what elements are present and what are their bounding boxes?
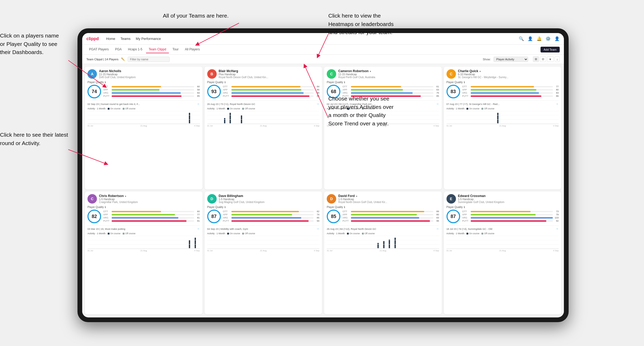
last-round[interactable]: 07 Aug 23 | 77 (+7), St George's Hill GC… [446, 100, 559, 106]
edit-icon[interactable]: ✏️ [121, 57, 125, 61]
player-card[interactable]: C Cameron Robertson ● 11-15 Handicap Roy… [324, 67, 442, 189]
score-circle[interactable]: 83 [446, 85, 460, 98]
score-number: 87 [211, 214, 216, 219]
tab-team-clippd[interactable]: Team Clippd [146, 46, 169, 53]
add-team-button[interactable]: Add Team [541, 47, 560, 52]
sub-nav-right: Add Team [541, 47, 560, 52]
chart-label-mid: 21 Aug [260, 125, 267, 127]
tab-all-players[interactable]: All Players [182, 46, 202, 53]
player-name[interactable]: Chris Robertson ● [99, 194, 200, 198]
chart-labels: 31 Jul 21 Aug 4 Sep [446, 124, 559, 127]
score-number: 83 [450, 89, 456, 94]
quality-label: Player Quality ℹ [207, 206, 320, 209]
mini-chart [87, 236, 200, 249]
tab-pgat-players[interactable]: PGAT Players [86, 46, 111, 53]
last-round-text: 18 Jul 23 | 74 (+4), Sunningdale GC - Ol… [446, 227, 492, 230]
nav-my-performance[interactable]: My Performance [136, 37, 161, 41]
chart-label-start: 31 Jul [87, 125, 93, 127]
compact-view-button[interactable]: ⊟ [540, 56, 546, 62]
player-club: Drift Golf Club, United Kingdom [99, 76, 200, 79]
player-name[interactable]: Blair McHarg [219, 69, 320, 73]
tab-pga[interactable]: PGA [112, 46, 124, 53]
activity-legend: On course Off course [108, 107, 136, 110]
sub-nav: PGAT Players PGA Hcaps 1-5 Team Clippd T… [82, 45, 564, 55]
last-round[interactable]: 03 Mar 23 | 19, Must make putting → [87, 225, 200, 231]
score-circle[interactable]: 87 [207, 210, 221, 223]
player-card[interactable]: B Blair McHarg Plus Handicap Royal North… [205, 67, 322, 189]
legend-dot-off [242, 233, 244, 235]
mini-chart [207, 236, 320, 249]
player-card[interactable]: A Aaron Nicholls 11-15 Handicap Drift Go… [85, 67, 202, 189]
player-name[interactable]: Edward Crossman [458, 194, 559, 198]
settings-icon[interactable]: ⚙️ [546, 36, 551, 41]
legend-on-course: On course [466, 107, 479, 110]
chart-label-start: 31 Jul [446, 249, 452, 252]
chart-label-end: 4 Sep [553, 125, 559, 127]
stats-grid: OTT 60 APP 58 ARG 84 PUTT 85 [103, 85, 200, 98]
activity-legend: On course Off course [466, 107, 494, 110]
chart-label-end: 4 Sep [434, 125, 439, 127]
score-circle[interactable]: 85 [327, 210, 340, 223]
score-circle[interactable]: 87 [446, 210, 460, 223]
player-card[interactable]: E Edward Crossman 1-5 Handicap Sunningda… [444, 191, 562, 314]
legend-on-label: On course [469, 107, 479, 110]
player-card[interactable]: D Dave Billingham 1-5 Handicap Sog Magin… [205, 191, 322, 314]
last-round-text: 26 Aug 23 | 84 (+12), Royal North Devon … [327, 227, 376, 230]
person-icon[interactable]: 👤 [528, 36, 533, 41]
filter-button[interactable]: ▼ [547, 56, 554, 62]
last-round[interactable]: 26 Aug 23 | 84 (+12), Royal North Devon … [327, 225, 439, 231]
activity-title: Activity · 1 Month [446, 107, 465, 110]
player-card[interactable]: C Chris Robertson ● 1-5 Handicap Craigmi… [85, 191, 202, 314]
quality-content: 83 OTT 77 APP 80 ARG 83 PUTT 86 [446, 85, 559, 98]
info-icon: ℹ [105, 81, 106, 84]
last-round[interactable]: 26 Aug 23 | 73 (+1), Royal North Devon G… [207, 100, 320, 106]
legend-off-label: Off course [245, 107, 255, 110]
player-club: Royal North Devon Golf Club, United Kin.… [219, 76, 320, 79]
chart-label-mid: 21 Aug [141, 125, 147, 127]
player-name[interactable]: Aaron Nicholls [99, 69, 200, 73]
last-round-text: 26 Aug 23 | 73 (+1), Royal North Devon G… [207, 103, 255, 105]
quality-content: 85 OTT 89 APP 80 ARG 83 PUTT 96 [327, 210, 439, 223]
legend-on-course: On course [347, 232, 360, 235]
player-info: Charlie Quick ● 6-10 Handicap St. George… [458, 69, 559, 79]
last-round[interactable]: 18 Jul 23 | 74 (+4), Sunningdale GC - Ol… [446, 225, 559, 231]
score-circle[interactable]: 93 [207, 85, 221, 98]
player-card[interactable]: D David Ford ● 1-5 Handicap Royal North … [324, 191, 442, 314]
player-name[interactable]: Cameron Robertson ● [338, 69, 439, 73]
avatar-icon[interactable]: 👤 [554, 36, 560, 41]
player-name[interactable]: David Ford ● [338, 194, 439, 198]
sort-button[interactable]: ↕ [555, 56, 560, 62]
player-club: Sunningdale Golf Club, United Kingdom [458, 201, 559, 204]
activity-title: Activity · 1 Month [207, 232, 225, 235]
player-card[interactable]: C Charlie Quick ● 6-10 Handicap St. Geor… [444, 67, 562, 189]
stats-grid: OTT 77 APP 80 ARG 83 PUTT 86 [462, 85, 559, 98]
tab-tour[interactable]: Tour [170, 46, 181, 53]
grid-lines [207, 236, 320, 249]
stats-grid: OTT 84 APP 85 ARG 88 PUTT 95 [223, 85, 320, 98]
bell-icon[interactable]: 🔔 [537, 36, 542, 41]
last-round[interactable]: 02 Sep 23 | Sunset round to get back int… [87, 100, 200, 106]
show-select[interactable]: Player Activity Quality Score Trend [494, 57, 528, 62]
player-handicap: Plus Handicap [219, 73, 320, 76]
player-name[interactable]: Charlie Quick ● [458, 69, 559, 73]
team-search-input[interactable] [128, 57, 170, 62]
legend-on-label: On course [110, 107, 121, 110]
app-logo[interactable]: clippd [86, 36, 99, 41]
search-icon[interactable]: 🔍 [519, 36, 524, 41]
score-number: 93 [211, 89, 216, 94]
last-round-arrow: → [436, 102, 439, 106]
nav-teams[interactable]: Teams [121, 37, 131, 41]
activity-legend: On course Off course [108, 232, 136, 235]
score-circle[interactable]: 82 [87, 210, 101, 223]
chart-label-end: 4 Sep [434, 249, 439, 252]
nav-home[interactable]: Home [106, 37, 115, 41]
activity-header: Activity · 1 Month On course Off course [207, 232, 320, 235]
info-icon: ℹ [105, 206, 106, 209]
player-name[interactable]: Dave Billingham [219, 194, 320, 198]
tab-hcaps[interactable]: Hcaps 1-5 [125, 46, 145, 53]
last-round[interactable]: 04 Sep 23 | Mobility with coach, Gym → [207, 225, 320, 231]
legend-off-label: Off course [245, 232, 255, 235]
score-circle[interactable]: 74 [87, 85, 101, 98]
grid-view-button[interactable]: ⊞ [533, 56, 539, 62]
chart-label-start: 31 Jul [446, 125, 452, 127]
